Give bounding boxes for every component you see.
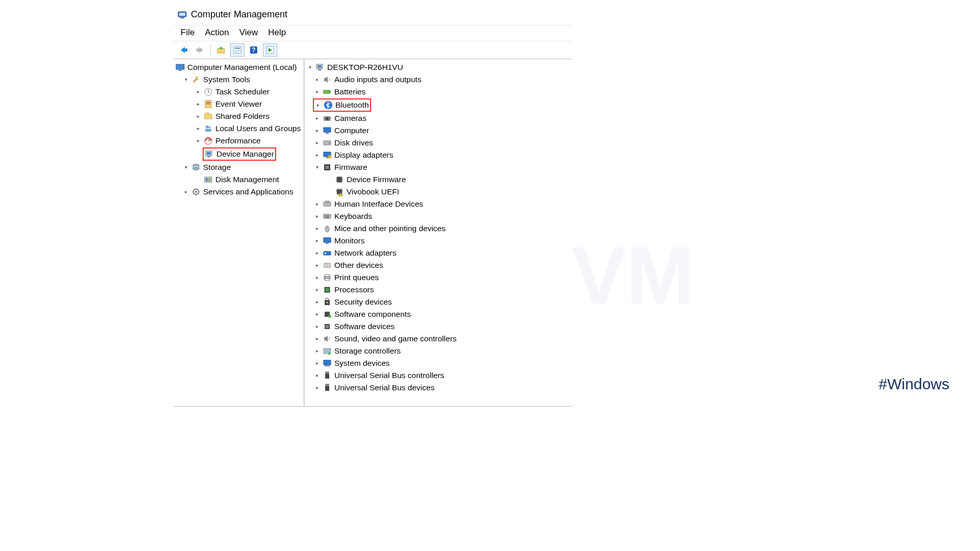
device-category-mice-and-other-pointing-devices[interactable]: ▸Mice and other pointing devices xyxy=(306,222,571,235)
svg-text:?: ? xyxy=(252,46,255,54)
device-category-label: Other devices xyxy=(334,260,383,271)
chevron-down-icon[interactable]: ▾ xyxy=(183,77,189,83)
left-storage[interactable]: ▾ Storage xyxy=(175,161,303,173)
device-category-processors[interactable]: ▸Processors xyxy=(306,284,571,296)
left-services[interactable]: ▸ Services and Applications xyxy=(175,186,303,198)
chevron-right-icon[interactable]: ▸ xyxy=(314,299,320,305)
device-category-batteries[interactable]: ▸Batteries xyxy=(306,86,571,98)
shared-folders-label: Shared Folders xyxy=(215,111,270,122)
device-category-label: Audio inputs and outputs xyxy=(334,74,422,85)
chevron-right-icon[interactable]: ▸ xyxy=(195,113,201,119)
chevron-down-icon[interactable]: ▾ xyxy=(183,164,189,170)
device-category-firmware[interactable]: ▾Firmware xyxy=(306,161,571,173)
svg-rect-1 xyxy=(180,17,184,18)
device-category-system-devices[interactable]: ▸System devices xyxy=(306,357,571,369)
svg-point-21 xyxy=(209,127,211,129)
chevron-right-icon[interactable]: ▸ xyxy=(314,115,320,121)
usb-icon xyxy=(323,383,332,392)
chevron-right-icon[interactable]: ▸ xyxy=(314,238,320,244)
menu-view[interactable]: View xyxy=(239,28,258,38)
chevron-right-icon[interactable]: ▸ xyxy=(195,126,201,132)
svg-rect-7 xyxy=(235,47,240,49)
chevron-right-icon[interactable]: ▸ xyxy=(314,274,320,281)
device-category-bluetooth[interactable]: ▸Bluetooth xyxy=(306,98,571,112)
device-category-label: Mice and other pointing devices xyxy=(334,223,446,234)
chevron-right-icon[interactable]: ▸ xyxy=(314,360,320,366)
chevron-right-icon[interactable]: ▸ xyxy=(314,323,320,330)
network-icon xyxy=(323,248,332,258)
chevron-right-icon[interactable]: ▸ xyxy=(314,213,320,219)
device-category-print-queues[interactable]: ▸Print queues xyxy=(306,271,571,284)
chevron-right-icon[interactable]: ▸ xyxy=(314,89,320,95)
chevron-right-icon[interactable]: ▸ xyxy=(314,372,320,379)
chevron-right-icon[interactable]: ▸ xyxy=(314,128,320,134)
chevron-right-icon[interactable]: ▸ xyxy=(314,262,320,268)
device-category-audio-inputs-and-outputs[interactable]: ▸Audio inputs and outputs xyxy=(306,73,571,86)
chevron-right-icon[interactable]: ▸ xyxy=(195,89,201,95)
help-button[interactable]: ? xyxy=(247,43,261,57)
svg-rect-3 xyxy=(184,48,187,52)
left-event-viewer[interactable]: ▸ Event Viewer xyxy=(175,98,303,110)
chevron-down-icon[interactable]: ▾ xyxy=(307,64,313,70)
chevron-right-icon[interactable]: ▸ xyxy=(314,152,320,158)
left-disk-management[interactable]: ▸ Disk Management xyxy=(175,173,303,186)
device-item-vivobook-uefi[interactable]: ▸!Vivobook UEFI xyxy=(306,186,571,198)
svg-rect-9 xyxy=(235,52,238,53)
speaker-icon xyxy=(323,334,332,343)
device-category-cameras[interactable]: ▸Cameras xyxy=(306,112,571,124)
device-category-software-devices[interactable]: ▸Software devices xyxy=(306,320,571,333)
chevron-right-icon[interactable]: ▸ xyxy=(314,336,320,342)
device-category-monitors[interactable]: ▸Monitors xyxy=(306,235,571,247)
right-root[interactable]: ▾ DESKTOP-R26H1VU xyxy=(306,61,571,73)
up-button[interactable] xyxy=(214,43,228,57)
left-system-tools[interactable]: ▾ System Tools xyxy=(175,73,303,86)
device-category-disk-drives[interactable]: ▸Disk drives xyxy=(306,137,571,149)
menu-file[interactable]: File xyxy=(181,28,194,38)
left-shared-folders[interactable]: ▸ Shared Folders xyxy=(175,110,303,122)
menu-help[interactable]: Help xyxy=(268,28,286,38)
device-category-security-devices[interactable]: ▸Security devices xyxy=(306,296,571,308)
chevron-right-icon[interactable]: ▸ xyxy=(314,385,320,391)
device-category-storage-controllers[interactable]: ▸Storage controllers xyxy=(306,345,571,357)
chevron-right-icon[interactable]: ▸ xyxy=(314,140,320,146)
chevron-right-icon[interactable]: ▸ xyxy=(314,348,320,354)
svg-rect-37 xyxy=(318,69,321,70)
chevron-down-icon[interactable]: ▾ xyxy=(314,164,320,170)
left-task-scheduler[interactable]: ▸ Task Scheduler xyxy=(175,86,303,98)
svg-point-49 xyxy=(328,155,331,158)
device-category-display-adapters[interactable]: ▸Display adapters xyxy=(306,149,571,161)
device-category-computer[interactable]: ▸Computer xyxy=(306,124,571,137)
properties-button[interactable] xyxy=(230,43,244,57)
device-category-sound-video-and-game-controllers[interactable]: ▸Sound, video and game controllers xyxy=(306,333,571,345)
chevron-right-icon[interactable]: ▸ xyxy=(195,138,201,144)
device-category-keyboards[interactable]: ▸Keyboards xyxy=(306,210,571,222)
chevron-right-icon[interactable]: ▸ xyxy=(314,226,320,232)
chevron-right-icon[interactable]: ▸ xyxy=(314,311,320,317)
chevron-right-icon[interactable]: ▸ xyxy=(315,102,321,108)
chevron-right-icon[interactable]: ▸ xyxy=(314,250,320,256)
device-category-software-components[interactable]: ▸Software components xyxy=(306,308,571,320)
services-label: Services and Applications xyxy=(203,186,293,197)
forward-button[interactable] xyxy=(193,43,207,57)
left-local-users[interactable]: ▸ Local Users and Groups xyxy=(175,122,303,135)
back-button[interactable] xyxy=(177,43,191,57)
device-category-label: Cameras xyxy=(334,113,366,124)
chevron-right-icon[interactable]: ▸ xyxy=(195,101,201,107)
chevron-right-icon[interactable]: ▸ xyxy=(314,287,320,293)
device-category-other-devices[interactable]: ▸?Other devices xyxy=(306,259,571,271)
chevron-right-icon[interactable]: ▸ xyxy=(183,189,189,195)
left-device-manager[interactable]: ▸ Device Manager xyxy=(175,147,303,161)
chevron-right-icon[interactable]: ▸ xyxy=(314,77,320,83)
chevron-right-icon[interactable]: ▸ xyxy=(314,201,320,207)
left-performance[interactable]: ▸ Performance xyxy=(175,135,303,147)
device-item-device-firmware[interactable]: ▸Device Firmware xyxy=(306,173,571,186)
storagectrl-icon xyxy=(323,346,332,356)
device-category-network-adapters[interactable]: ▸Network adapters xyxy=(306,247,571,259)
device-category-human-interface-devices[interactable]: ▸Human Interface Devices xyxy=(306,198,571,210)
menu-action[interactable]: Action xyxy=(205,28,229,38)
left-root[interactable]: Computer Management (Local) xyxy=(175,61,303,73)
svg-rect-80 xyxy=(326,325,329,328)
refresh-button[interactable] xyxy=(263,43,277,57)
device-category-universal-serial-bus-devices[interactable]: ▸Universal Serial Bus devices xyxy=(306,382,571,394)
device-category-universal-serial-bus-controllers[interactable]: ▸Universal Serial Bus controllers xyxy=(306,369,571,382)
